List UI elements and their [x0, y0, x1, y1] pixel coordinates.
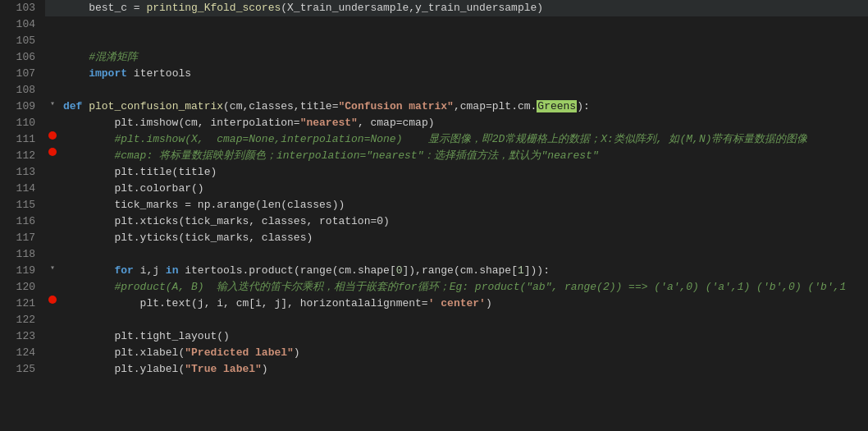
line-content [60, 33, 868, 49]
line-number: 113 [0, 164, 45, 181]
line-content: def plot_confusion_matrix(cm,classes,tit… [60, 99, 868, 115]
token: #混淆矩阵 [63, 51, 138, 63]
breakpoint-indicator [48, 296, 57, 304]
code-line: 113 plt.title(title) [0, 164, 868, 181]
token: plt.yticks(tick_marks, classes) [63, 232, 313, 244]
line-number: 115 [0, 197, 45, 213]
line-number: 109 [0, 99, 45, 115]
line-gutter [45, 148, 60, 156]
line-content: plt.yticks(tick_marks, classes) [60, 230, 868, 246]
token: import [89, 67, 127, 80]
token: in [166, 264, 179, 277]
token: ) [486, 297, 492, 309]
code-editor: 103 best_c = printing_Kfold_scores(X_tra… [0, 0, 868, 431]
token: ) [262, 363, 268, 375]
token: plt.xlabel( [63, 346, 185, 359]
line-number: 111 [0, 131, 45, 148]
code-line: 105 [0, 33, 868, 49]
code-line: 115 tick_marks = np.arange(len(classes)) [0, 197, 868, 213]
token: 1 [518, 264, 524, 277]
line-number: 124 [0, 345, 45, 361]
token: ) [294, 346, 300, 359]
token: , cmap=cmap) [358, 117, 435, 129]
token: plt.text(j, i, cm[i, j], horizontalalign… [63, 297, 428, 309]
token: ): [577, 100, 590, 112]
code-line: 107 import itertools [0, 66, 868, 82]
line-content: for i,j in itertools.product(range(cm.sh… [60, 263, 868, 279]
token: itertools.product(range(cm.shape[ [178, 264, 395, 277]
token: plt.title(title) [63, 166, 217, 178]
token: tick_marks = np.arange(len(classes)) [63, 199, 345, 211]
code-line: 114 plt.colorbar() [0, 181, 868, 197]
line-content [60, 82, 868, 99]
line-number: 116 [0, 213, 45, 230]
token: "nearest" [366, 149, 423, 162]
token: , range(2)) ==> ('a',0) ('a',1) ('b',0) … [551, 281, 846, 293]
line-content: #product(A, B) 输入迭代的笛卡尔乘积，相当于嵌套的for循环；Eg… [60, 279, 868, 296]
token: #cmap: 将标量数据映射到颜色；interpolation= [63, 149, 366, 162]
token: Greens [537, 100, 577, 112]
code-line: 124 plt.xlabel("Predicted label") [0, 345, 868, 361]
token: ' center' [428, 297, 486, 309]
line-content: plt.colorbar() [60, 181, 868, 197]
line-content: #混淆矩阵 [60, 49, 868, 66]
line-gutter [45, 296, 60, 304]
token: 0 [396, 264, 403, 277]
code-line: 125 plt.ylabel("True label") [0, 361, 868, 378]
line-content: #cmap: 将标量数据映射到颜色；interpolation="nearest… [60, 148, 868, 164]
token: plt.tight_layout() [63, 330, 230, 342]
token: i,j [134, 264, 166, 277]
line-gutter: ▾ [45, 99, 60, 108]
breakpoint-indicator [48, 131, 57, 140]
fold-arrow-icon[interactable]: ▾ [48, 263, 57, 273]
code-line: 111 #plt.imshow(X, cmap=None,interpolati… [0, 131, 868, 148]
line-number: 107 [0, 66, 45, 82]
line-number: 104 [0, 16, 45, 33]
line-content: #plt.imshow(X, cmap=None,interpolation=N… [60, 131, 868, 148]
token: "nearest" [541, 149, 598, 162]
line-content: best_c = printing_Kfold_scores(X_train_u… [60, 0, 868, 16]
line-content: plt.imshow(cm, interpolation="nearest", … [60, 115, 868, 131]
code-line: 120 #product(A, B) 输入迭代的笛卡尔乘积，相当于嵌套的for循… [0, 279, 868, 296]
line-content: plt.xticks(tick_marks, classes, rotation… [60, 213, 868, 230]
line-number: 112 [0, 148, 45, 164]
token: "Confusion matrix" [338, 100, 453, 112]
token: for [114, 264, 133, 277]
token: plt.imshow(cm, interpolation= [63, 117, 300, 129]
code-line: 121 plt.text(j, i, cm[i, j], horizontala… [0, 296, 868, 312]
code-line: 117 plt.yticks(tick_marks, classes) [0, 230, 868, 246]
line-number: 110 [0, 115, 45, 131]
token: plt.ylabel( [63, 363, 185, 375]
code-line: 112 #cmap: 将标量数据映射到颜色；interpolation="nea… [0, 148, 868, 164]
line-gutter [45, 131, 60, 140]
token [63, 264, 114, 277]
token: plt.colorbar() [63, 182, 204, 195]
line-content: import itertools [60, 66, 868, 82]
code-line: 108 [0, 82, 868, 99]
line-content: tick_marks = np.arange(len(classes)) [60, 197, 868, 213]
code-line: 118 [0, 246, 868, 263]
token: plt.xticks(tick_marks, classes, rotation… [63, 215, 390, 227]
token: printing_Kfold_scores [146, 2, 281, 14]
code-line: 109▾def plot_confusion_matrix(cm,classes… [0, 99, 868, 115]
token: plot_confusion_matrix [89, 100, 223, 112]
code-line: 103 best_c = printing_Kfold_scores(X_tra… [0, 0, 868, 16]
line-number: 106 [0, 49, 45, 66]
token: "True label" [185, 363, 262, 375]
token: def [63, 100, 82, 112]
token: "ab" [526, 281, 551, 293]
line-number: 121 [0, 296, 45, 312]
code-line: 104 [0, 16, 868, 33]
line-content: plt.ylabel("True label") [60, 361, 868, 378]
line-number: 117 [0, 230, 45, 246]
line-number: 120 [0, 279, 45, 296]
token: ]),range(cm.shape[ [403, 264, 518, 277]
line-number: 122 [0, 312, 45, 328]
fold-arrow-icon[interactable]: ▾ [48, 99, 57, 108]
token: "Predicted label" [185, 346, 294, 359]
token: (cm,classes,title= [223, 100, 338, 112]
token: #plt.imshow(X, cmap=None,interpolation=N… [63, 133, 808, 145]
line-content [60, 312, 868, 328]
line-gutter: ▾ [45, 263, 60, 273]
token: "nearest" [300, 117, 358, 129]
